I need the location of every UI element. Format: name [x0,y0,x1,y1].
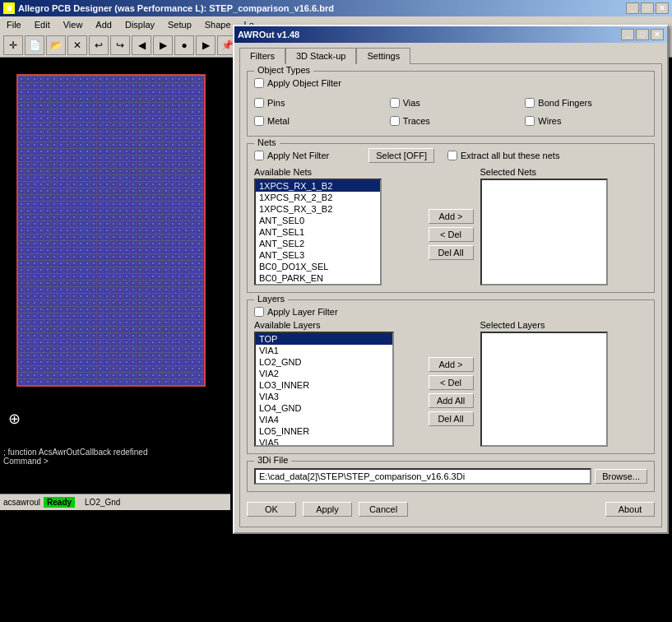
back-tool[interactable]: ◀ [132,35,151,55]
layer-item-via2[interactable]: VIA2 [256,368,392,379]
new-tool[interactable]: 📄 [25,35,44,55]
extract-checkbox[interactable] [447,151,457,160]
net-item-2[interactable]: 1XPCS_RX_3_B2 [256,203,380,215]
tab-settings[interactable]: Settings [356,48,410,64]
nets-del-all-button[interactable]: Del All [429,245,474,260]
nets-add-button[interactable]: Add > [429,209,474,224]
layer-item-lo3inner[interactable]: LO3_INNER [256,379,392,391]
layer-item-via5[interactable]: VIA5 [256,437,392,447]
net-item-6[interactable]: ANT_SEL3 [256,249,380,261]
apply-object-filter-checkbox[interactable] [254,78,264,88]
dialog-controls: _ □ ✕ [621,29,664,40]
bond-fingers-checkbox[interactable] [525,98,535,108]
ok-button[interactable]: OK [247,502,296,517]
apply-net-filter-checkbox[interactable] [254,151,264,160]
selected-layers-label: Selected Layers [480,320,648,330]
close-tool[interactable]: ✕ [67,35,87,55]
dialog-title: AWROut v1.48 [238,30,299,39]
layer-item-top[interactable]: TOP [256,333,392,345]
awrout-dialog: AWROut v1.48 _ □ ✕ Filters 3D Stack-up S… [233,25,669,534]
file-3di-input[interactable] [254,468,591,485]
bottom-left-buttons: OK Apply Cancel [247,502,408,517]
status-layer: LO2_Gnd [85,498,120,507]
wires-checkbox[interactable] [525,116,535,126]
nets-del-button[interactable]: < Del [429,227,474,242]
layer-item-via3[interactable]: VIA3 [256,391,392,402]
layer-item-via4[interactable]: VIA4 [256,414,392,425]
selected-nets-listbox[interactable] [480,179,608,285]
minimize-button[interactable]: _ [626,2,639,14]
vias-checkbox[interactable] [390,98,400,108]
layer-item-via1[interactable]: VIA1 [256,345,392,356]
metal-checkbox[interactable] [254,116,264,126]
dialog-maximize[interactable]: □ [636,29,649,40]
status-bar: acsawroul Ready LO2_Gnd [0,494,230,510]
available-layers-listbox[interactable]: TOP VIA1 LO2_GND VIA2 LO3_INNER VIA3 LO4… [254,332,394,447]
apply-object-filter-row: Apply Object Filter [254,78,647,88]
menu-file[interactable]: File [3,18,25,31]
bond-fingers-label: Bond Fingers [538,98,591,108]
net-item-0[interactable]: 1XPCS_RX_1_B2 [256,180,380,192]
metal-row: Metal [254,116,377,126]
run-tool[interactable]: ▶ [196,35,216,55]
stop-tool[interactable]: ● [174,35,194,55]
forward-tool[interactable]: ▶ [153,35,173,55]
net-item-1[interactable]: 1XPCS_RX_2_B2 [256,192,380,203]
menu-setup[interactable]: Setup [165,18,195,31]
selected-layers-container: Selected Layers [480,320,648,447]
layers-add-button[interactable]: Add > [429,357,474,372]
close-button[interactable]: ✕ [656,2,669,14]
menu-view[interactable]: View [60,18,86,31]
menu-edit[interactable]: Edit [31,18,53,31]
menu-shape[interactable]: Shape [202,18,234,31]
traces-checkbox[interactable] [390,116,400,126]
layers-del-all-button[interactable]: Del All [429,411,474,426]
net-item-3[interactable]: ANT_SEL0 [256,215,380,226]
vias-label: Vias [403,98,420,108]
object-types-section: Object Types Apply Object Filter Pins Vi… [247,71,655,137]
apply-layer-filter-row: Apply Layer Filter [254,307,647,317]
tab-3d-stackup[interactable]: 3D Stack-up [285,48,357,64]
layer-item-lo2gnd[interactable]: LO2_GND [256,356,392,368]
undo-tool[interactable]: ↩ [89,35,109,55]
layers-del-button[interactable]: < Del [429,375,474,390]
crosshair-tool[interactable]: ✛ [3,35,23,55]
wires-row: Wires [525,116,647,126]
menu-display[interactable]: Display [122,18,158,31]
net-item-7[interactable]: BC0_DO1X_SEL [256,261,380,272]
tab-filters[interactable]: Filters [239,48,285,64]
redo-tool[interactable]: ↪ [110,35,130,55]
pcb-traces [18,76,204,385]
selected-layers-listbox[interactable] [480,332,608,447]
extract-row: Extract all but these nets [447,151,559,160]
apply-button[interactable]: Apply [303,502,352,517]
apply-layer-filter-checkbox[interactable] [254,307,264,317]
menu-add[interactable]: Add [92,18,115,31]
layer-item-lo5inner[interactable]: LO5_INNER [256,425,392,437]
status-ready: Ready [44,497,75,508]
layers-add-all-button[interactable]: Add All [429,393,474,408]
net-item-4[interactable]: ANT_SEL1 [256,226,380,238]
open-tool[interactable]: 📂 [46,35,66,55]
pins-checkbox[interactable] [254,98,264,108]
select-button[interactable]: Select [OFF] [368,148,434,163]
extract-label: Extract all but these nets [461,151,559,160]
net-item-8[interactable]: BC0_PARK_EN [256,272,380,284]
maximize-button[interactable]: □ [641,2,654,14]
browse-button[interactable]: Browse... [595,469,647,484]
app-icon: 🖥 [3,2,15,14]
selected-nets-label: Selected Nets [480,167,648,177]
available-nets-listbox[interactable]: 1XPCS_RX_1_B2 1XPCS_RX_2_B2 1XPCS_RX_3_B… [254,179,382,285]
layer-item-lo4gnd[interactable]: LO4_GND [256,402,392,414]
vias-row: Vias [390,98,512,108]
about-button[interactable]: About [605,502,655,517]
file-row: Browse... [254,468,647,485]
layers-layout: Available Layers TOP VIA1 LO2_GND VIA2 L… [254,320,647,447]
cancel-button[interactable]: Cancel [359,502,408,517]
dialog-minimize[interactable]: _ [621,29,634,40]
net-item-9[interactable]: BC1_DO1X_SEL [256,284,380,285]
dialog-close[interactable]: ✕ [651,29,664,40]
apply-object-filter-label: Apply Object Filter [267,78,341,88]
nets-filter-row: Apply Net Filter Select [OFF] Extract al… [254,147,647,164]
net-item-5[interactable]: ANT_SEL2 [256,238,380,249]
